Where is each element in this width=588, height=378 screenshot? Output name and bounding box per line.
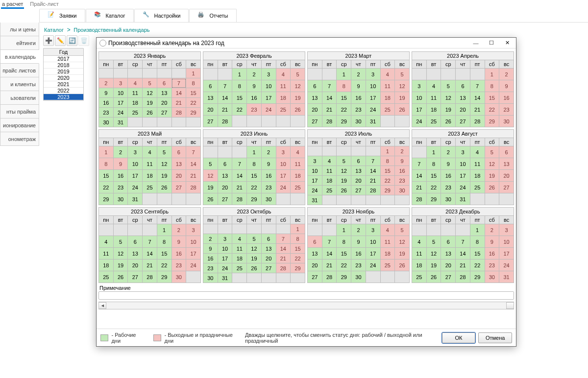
side-tab[interactable]: ейтинги [0, 36, 39, 50]
day-cell[interactable]: 10 [308, 166, 322, 176]
day-cell[interactable]: 18 [322, 176, 337, 186]
day-cell[interactable]: 24 [128, 182, 143, 193]
day-cell[interactable]: 9 [485, 236, 499, 248]
day-cell[interactable]: 30 [172, 271, 186, 283]
day-cell[interactable]: 22 [337, 260, 351, 271]
day-cell[interactable]: 13 [499, 158, 514, 170]
day-cell[interactable]: 23 [441, 182, 456, 193]
ribbon-tab-Отчеты[interactable]: 🖨️Отчеты [189, 9, 236, 22]
day-cell[interactable]: 3 [186, 224, 201, 236]
day-cell[interactable]: 10 [113, 88, 128, 98]
day-cell[interactable]: 14 [322, 92, 337, 104]
year-item[interactable]: 2020 [44, 75, 83, 81]
day-cell[interactable]: 31 [456, 193, 470, 205]
day-cell[interactable]: 23 [395, 176, 410, 186]
day-cell[interactable]: 17 [366, 248, 380, 260]
day-cell[interactable]: 25 [128, 108, 143, 118]
day-cell[interactable]: 11 [291, 158, 305, 170]
day-cell[interactable]: 8 [337, 236, 351, 248]
day-cell[interactable]: 27 [441, 271, 456, 283]
day-cell[interactable]: 16 [485, 248, 499, 260]
day-cell[interactable]: 16 [261, 170, 276, 182]
day-cell[interactable]: 27 [203, 116, 218, 127]
day-cell[interactable]: 27 [218, 193, 232, 205]
day-cell[interactable]: 2 [172, 224, 186, 236]
day-cell[interactable]: 23 [113, 182, 128, 193]
day-cell[interactable]: 24 [412, 116, 427, 127]
add-button[interactable]: ➕ [43, 35, 54, 46]
day-cell[interactable]: 30 [261, 193, 276, 205]
day-cell[interactable]: 18 [470, 170, 485, 182]
day-cell[interactable]: 21 [218, 104, 232, 116]
day-cell[interactable]: 3 [366, 224, 380, 236]
day-cell[interactable]: 30 [485, 271, 499, 283]
day-cell[interactable]: 13 [261, 244, 276, 254]
day-cell[interactable]: 1 [337, 69, 351, 80]
day-cell[interactable]: 4 [426, 80, 441, 92]
day-cell[interactable]: 7 [186, 146, 201, 158]
day-cell[interactable]: 20 [441, 260, 456, 271]
day-cell[interactable]: 11 [143, 158, 157, 170]
note-input[interactable] [98, 291, 514, 300]
day-cell[interactable]: 14 [456, 248, 470, 260]
day-cell[interactable]: 12 [247, 244, 262, 254]
day-cell[interactable]: 28 [218, 116, 232, 127]
day-cell[interactable]: 3 [128, 146, 143, 158]
day-cell[interactable]: 7 [218, 80, 232, 92]
day-cell[interactable]: 5 [441, 80, 456, 92]
ok-button[interactable]: ОК [442, 332, 476, 343]
day-cell[interactable]: 15 [99, 170, 114, 182]
day-cell[interactable]: 27 [308, 271, 322, 283]
day-cell[interactable]: 28 [470, 116, 485, 127]
day-cell[interactable]: 5 [395, 224, 410, 236]
day-cell[interactable]: 14 [172, 88, 186, 98]
day-cell[interactable]: 15 [337, 248, 351, 260]
day-cell[interactable]: 17 [218, 254, 232, 263]
day-cell[interactable]: 22 [99, 182, 114, 193]
edit-button[interactable]: ✏️ [55, 35, 66, 46]
day-cell[interactable]: 12 [113, 248, 128, 260]
day-cell[interactable]: 21 [470, 104, 485, 116]
year-item[interactable]: 2018 [44, 62, 83, 69]
day-cell[interactable]: 31 [308, 195, 322, 205]
day-cell[interactable]: 1 [337, 224, 351, 236]
day-cell[interactable]: 7 [470, 80, 485, 92]
day-cell[interactable]: 1 [247, 146, 262, 158]
day-cell[interactable]: 14 [232, 170, 247, 182]
day-cell[interactable]: 17 [261, 92, 276, 104]
day-cell[interactable]: 9 [351, 236, 366, 248]
day-cell[interactable]: 25 [426, 116, 441, 127]
day-cell[interactable]: 22 [485, 104, 499, 116]
day-cell[interactable]: 22 [291, 254, 305, 263]
day-cell[interactable]: 29 [380, 186, 395, 195]
day-cell[interactable]: 19 [291, 92, 305, 104]
day-cell[interactable]: 24 [456, 182, 470, 193]
day-cell[interactable]: 25 [380, 104, 395, 116]
day-cell[interactable]: 12 [143, 88, 157, 98]
day-cell[interactable]: 16 [99, 98, 114, 108]
day-cell[interactable]: 21 [412, 182, 427, 193]
day-cell[interactable]: 20 [218, 182, 232, 193]
day-cell[interactable]: 20 [351, 176, 366, 186]
day-cell[interactable]: 18 [291, 170, 305, 182]
day-cell[interactable]: 18 [412, 260, 427, 271]
day-cell[interactable]: 10 [218, 244, 232, 254]
day-cell[interactable]: 12 [395, 80, 410, 92]
day-cell[interactable]: 17 [276, 170, 291, 182]
day-cell[interactable]: 10 [456, 158, 470, 170]
day-cell[interactable]: 7 [456, 236, 470, 248]
day-cell[interactable]: 6 [308, 80, 322, 92]
day-cell[interactable]: 30 [351, 271, 366, 283]
day-cell[interactable]: 20 [261, 254, 276, 263]
day-cell[interactable]: 4 [232, 234, 247, 244]
day-cell[interactable]: 23 [485, 260, 499, 271]
day-cell[interactable]: 10 [276, 158, 291, 170]
day-cell[interactable]: 12 [291, 80, 305, 92]
day-cell[interactable]: 25 [99, 271, 114, 283]
day-cell[interactable]: 24 [186, 260, 201, 271]
day-cell[interactable]: 8 [232, 80, 247, 92]
day-cell[interactable]: 16 [441, 170, 456, 182]
day-cell[interactable]: 20 [499, 170, 514, 182]
day-cell[interactable]: 13 [172, 158, 186, 170]
day-cell[interactable]: 16 [351, 92, 366, 104]
